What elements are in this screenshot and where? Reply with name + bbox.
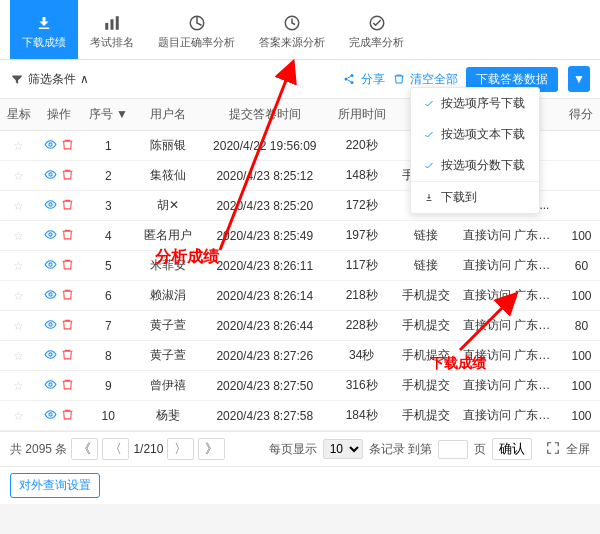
check-icon-2 bbox=[423, 129, 435, 141]
extern-query-button[interactable]: 对外查询设置 bbox=[10, 473, 100, 498]
action-eye-1[interactable] bbox=[44, 168, 57, 184]
cell-time-8: 2020/4/23 8:27:50 bbox=[200, 371, 329, 401]
cell-star-8[interactable]: ☆ bbox=[0, 371, 37, 401]
action-eye-0[interactable] bbox=[44, 138, 57, 154]
cell-seq-6: 7 bbox=[81, 311, 136, 341]
settings-button[interactable]: ▼ bbox=[568, 66, 590, 92]
cell-user-6: 黄子萱 bbox=[136, 311, 201, 341]
cell-time-9: 2020/4/23 8:27:58 bbox=[200, 401, 329, 431]
cell-user-0: 陈丽银 bbox=[136, 131, 201, 161]
cell-star-5[interactable]: ☆ bbox=[0, 281, 37, 311]
action-delete-7[interactable] bbox=[61, 348, 74, 364]
cell-duration-1: 148秒 bbox=[329, 161, 394, 191]
page-next-button[interactable]: 〉 bbox=[167, 438, 194, 460]
tab-download[interactable]: 下载成绩 bbox=[10, 0, 78, 59]
svg-rect-0 bbox=[105, 23, 108, 30]
svg-point-11 bbox=[49, 142, 52, 145]
action-eye-5[interactable] bbox=[44, 288, 57, 304]
cell-star-4[interactable]: ☆ bbox=[0, 251, 37, 281]
svg-point-17 bbox=[49, 322, 52, 325]
cell-seq-0: 1 bbox=[81, 131, 136, 161]
cell-time-5: 2020/4/23 8:26:14 bbox=[200, 281, 329, 311]
cell-time-6: 2020/4/23 8:26:44 bbox=[200, 311, 329, 341]
toolbar: 下载成绩 考试排名 题目正确率分析 答案来源分析 完成率分析 bbox=[0, 0, 600, 60]
cell-action-1 bbox=[37, 161, 81, 191]
action-delete-0[interactable] bbox=[61, 138, 74, 154]
dropdown-item-score[interactable]: 按选项分数下载 bbox=[411, 150, 539, 181]
table-row: ☆ 4 匿名用户 2020/4/23 8:25:49 197秒 链接 直接访问 … bbox=[0, 221, 600, 251]
cell-user-1: 集筱仙 bbox=[136, 161, 201, 191]
clear-button[interactable]: 清空全部 bbox=[393, 71, 458, 88]
cell-score-8: 100 bbox=[563, 371, 600, 401]
svg-point-20 bbox=[49, 412, 52, 415]
col-user: 用户名 bbox=[136, 99, 201, 131]
action-eye-3[interactable] bbox=[44, 228, 57, 244]
action-eye-6[interactable] bbox=[44, 318, 57, 334]
tab-answer-source[interactable]: 答案来源分析 bbox=[247, 0, 337, 59]
action-delete-6[interactable] bbox=[61, 318, 74, 334]
fullscreen-button[interactable] bbox=[546, 441, 560, 458]
table-row: ☆ 7 黄子萱 2020/4/23 8:26:44 228秒 手机提交 直接访问… bbox=[0, 311, 600, 341]
action-eye-4[interactable] bbox=[44, 258, 57, 274]
action-delete-2[interactable] bbox=[61, 198, 74, 214]
action-eye-7[interactable] bbox=[44, 348, 57, 364]
page-prev-button[interactable]: 〈 bbox=[102, 438, 129, 460]
cell-seq-7: 8 bbox=[81, 341, 136, 371]
cell-star-6[interactable]: ☆ bbox=[0, 311, 37, 341]
action-delete-3[interactable] bbox=[61, 228, 74, 244]
cell-source-9: 手机提交 bbox=[394, 401, 459, 431]
table-row: ☆ 8 黄子萱 2020/4/23 8:27:26 34秒 手机提交 直接访问 … bbox=[0, 341, 600, 371]
tab-exam-rank[interactable]: 考试排名 bbox=[78, 0, 146, 59]
cell-star-3[interactable]: ☆ bbox=[0, 221, 37, 251]
action-delete-5[interactable] bbox=[61, 288, 74, 304]
filter-label: 筛选条件 bbox=[28, 71, 76, 88]
cell-seq-8: 9 bbox=[81, 371, 136, 401]
share-icon bbox=[343, 73, 355, 85]
cell-source-6: 手机提交 bbox=[394, 311, 459, 341]
dropdown-item-seq[interactable]: 按选项序号下载 bbox=[411, 88, 539, 119]
cell-action-7 bbox=[37, 341, 81, 371]
tab-question-correct[interactable]: 题目正确率分析 bbox=[146, 0, 247, 59]
pagination-left: 共 2095 条 《 〈 1/210 〉 》 bbox=[10, 438, 225, 460]
tab-completion-label: 完成率分析 bbox=[349, 35, 404, 50]
action-delete-8[interactable] bbox=[61, 378, 74, 394]
filter-expand[interactable]: ∧ bbox=[80, 72, 89, 86]
cell-star-1[interactable]: ☆ bbox=[0, 161, 37, 191]
action-delete-9[interactable] bbox=[61, 408, 74, 424]
action-eye-9[interactable] bbox=[44, 408, 57, 424]
cell-star-9[interactable]: ☆ bbox=[0, 401, 37, 431]
cell-duration-6: 228秒 bbox=[329, 311, 394, 341]
page-first-button[interactable]: 《 bbox=[71, 438, 98, 460]
confirm-goto-button[interactable]: 确认 bbox=[492, 438, 532, 460]
dropdown-item-download-to[interactable]: 下载到 bbox=[411, 182, 539, 213]
cell-action-9 bbox=[37, 401, 81, 431]
col-action: 操作 bbox=[37, 99, 81, 131]
per-page-select[interactable]: 10 20 50 bbox=[323, 439, 363, 459]
action-eye-8[interactable] bbox=[44, 378, 57, 394]
cell-source-8: 手机提交 bbox=[394, 371, 459, 401]
goto-input[interactable] bbox=[438, 440, 468, 459]
filter-icon bbox=[10, 72, 24, 86]
action-delete-1[interactable] bbox=[61, 168, 74, 184]
cell-source-4: 链接 bbox=[394, 251, 459, 281]
cell-star-2[interactable]: ☆ bbox=[0, 191, 37, 221]
dropdown-item-text[interactable]: 按选项文本下载 bbox=[411, 119, 539, 150]
cell-duration-0: 220秒 bbox=[329, 131, 394, 161]
tab-completion[interactable]: 完成率分析 bbox=[337, 0, 416, 59]
cell-star-0[interactable]: ☆ bbox=[0, 131, 37, 161]
cell-duration-3: 197秒 bbox=[329, 221, 394, 251]
share-button[interactable]: 分享 bbox=[343, 71, 384, 88]
cell-source-3: 链接 bbox=[394, 221, 459, 251]
goto-label: 条记录 到第 bbox=[369, 441, 432, 458]
cell-action-6 bbox=[37, 311, 81, 341]
table-row: ☆ 6 赖淑涓 2020/4/23 8:26:14 218秒 手机提交 直接访问… bbox=[0, 281, 600, 311]
col-seq[interactable]: 序号 ▼ bbox=[81, 99, 136, 131]
filter-left: 筛选条件 ∧ bbox=[10, 71, 89, 88]
svg-point-13 bbox=[49, 202, 52, 205]
action-eye-2[interactable] bbox=[44, 198, 57, 214]
cell-time-2: 2020/4/23 8:25:20 bbox=[200, 191, 329, 221]
action-delete-4[interactable] bbox=[61, 258, 74, 274]
cell-star-7[interactable]: ☆ bbox=[0, 341, 37, 371]
page-last-button[interactable]: 》 bbox=[198, 438, 225, 460]
cell-action-8 bbox=[37, 371, 81, 401]
